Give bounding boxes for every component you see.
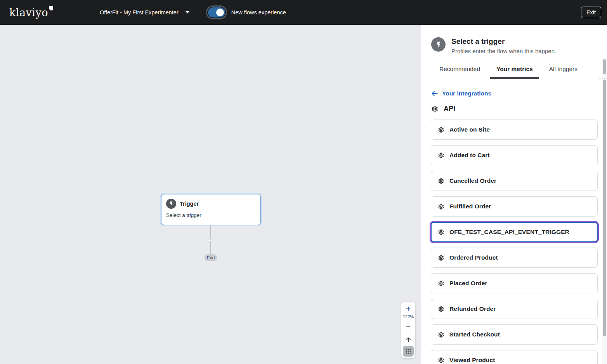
trigger-option-label: Started Checkout	[449, 331, 500, 338]
trigger-option-label: Cancelled Order	[449, 177, 496, 184]
klaviyo-flag-icon	[49, 6, 53, 10]
trigger-node[interactable]: Trigger Select a trigger	[161, 194, 261, 225]
zoom-level: 122%	[403, 314, 414, 321]
minimap-toggle-button[interactable]	[403, 346, 414, 357]
panel-header: Select a trigger Profiles enter the flow…	[421, 25, 607, 54]
toolbar-divider	[401, 333, 415, 333]
gear-icon	[438, 255, 444, 261]
trigger-options-list: Active on Site Added to Cart Cancelled O…	[431, 120, 598, 364]
exit-button[interactable]: Exit	[581, 7, 601, 18]
trigger-option-active-on-site[interactable]: Active on Site	[431, 120, 598, 140]
gear-icon	[438, 229, 444, 236]
trigger-tabs: Recommended Your metrics All triggers	[421, 61, 607, 79]
toggle-knob	[216, 9, 224, 16]
gear-icon	[438, 127, 444, 133]
tab-all-triggers[interactable]: All triggers	[543, 61, 584, 79]
gear-icon	[431, 105, 439, 113]
bolt-icon	[431, 37, 446, 52]
gear-icon	[438, 280, 444, 287]
trigger-option-refunded-order[interactable]: Refunded Order	[431, 299, 598, 319]
trigger-option-viewed-product[interactable]: Viewed Product	[431, 350, 598, 364]
tab-recommended[interactable]: Recommended	[433, 61, 486, 79]
bolt-icon	[166, 199, 176, 209]
gear-icon	[438, 331, 444, 338]
trigger-option-label: Fulfilled Order	[449, 203, 491, 210]
trigger-selection-panel: Select a trigger Profiles enter the flow…	[421, 25, 607, 364]
trigger-option-label: Viewed Product	[449, 357, 495, 364]
app-header: klaviyo OfferFit - My First Experimenter…	[0, 0, 607, 25]
add-step-dot[interactable]	[209, 239, 212, 242]
trigger-option-label: Refunded Order	[449, 305, 496, 312]
back-link-label: Your integrations	[442, 90, 491, 97]
trigger-option-started-checkout[interactable]: Started Checkout	[431, 324, 598, 345]
panel-subtitle: Profiles enter the flow when this happen…	[451, 48, 556, 54]
trigger-option-placed-order[interactable]: Placed Order	[431, 273, 598, 293]
arrow-left-icon	[431, 90, 439, 97]
list-scrollbar-thumb[interactable]	[603, 80, 606, 336]
gear-icon	[438, 203, 444, 210]
trigger-option-label: Active on Site	[449, 126, 490, 133]
trigger-node-title: Trigger	[180, 201, 199, 207]
trigger-option-label: OFE_TEST_CASE_API_EVENT_TRIGGER	[449, 229, 569, 236]
api-section-title: API	[444, 105, 455, 113]
trigger-node-subtitle: Select a trigger	[166, 212, 256, 218]
trigger-option-ofe-test-case[interactable]: OFE_TEST_CASE_API_EVENT_TRIGGER	[431, 222, 598, 242]
tabs-divider-extension	[598, 78, 607, 79]
canvas-zoom-toolbar: + 122% −	[401, 302, 415, 358]
new-flows-toggle-group: New flows experience	[208, 7, 286, 17]
new-flows-toggle-label: New flows experience	[231, 9, 286, 16]
gear-icon	[438, 152, 444, 159]
grid-dots-icon	[405, 348, 411, 354]
klaviyo-logo-text: klaviyo	[9, 7, 48, 19]
panel-scrollbar-thumb[interactable]	[603, 59, 606, 74]
trigger-option-cancelled-order[interactable]: Cancelled Order	[431, 171, 598, 191]
api-section-header: API	[431, 105, 598, 113]
gear-icon	[438, 357, 444, 364]
up-arrow-icon	[405, 336, 412, 343]
gear-icon	[438, 178, 444, 184]
back-to-integrations-link[interactable]: Your integrations	[431, 90, 491, 97]
klaviyo-logo: klaviyo	[9, 7, 53, 19]
gear-icon	[438, 306, 444, 312]
new-flows-toggle[interactable]	[208, 7, 225, 17]
chevron-down-icon	[186, 11, 189, 14]
trigger-option-fulfilled-order[interactable]: Fulfilled Order	[431, 196, 598, 217]
panel-title: Select a trigger	[451, 37, 556, 46]
flow-name-label: OfferFit - My First Experimenter	[100, 9, 179, 16]
pan-up-button[interactable]	[401, 335, 415, 345]
trigger-option-label: Added to Cart	[449, 152, 490, 159]
trigger-list-container: Your integrations API Active on Site Add…	[421, 90, 607, 364]
flow-canvas[interactable]: Trigger Select a trigger End + 122% −	[0, 25, 421, 364]
trigger-option-label: Placed Order	[449, 280, 487, 287]
trigger-option-added-to-cart[interactable]: Added to Cart	[431, 145, 598, 165]
zoom-out-button[interactable]: −	[401, 321, 415, 332]
trigger-option-ordered-product[interactable]: Ordered Product	[431, 248, 598, 268]
trigger-option-label: Ordered Product	[449, 254, 498, 261]
flow-name-selector[interactable]: OfferFit - My First Experimenter	[100, 9, 189, 16]
zoom-in-button[interactable]: +	[401, 303, 415, 314]
tab-your-metrics[interactable]: Your metrics	[490, 61, 539, 79]
end-node: End	[205, 254, 217, 261]
